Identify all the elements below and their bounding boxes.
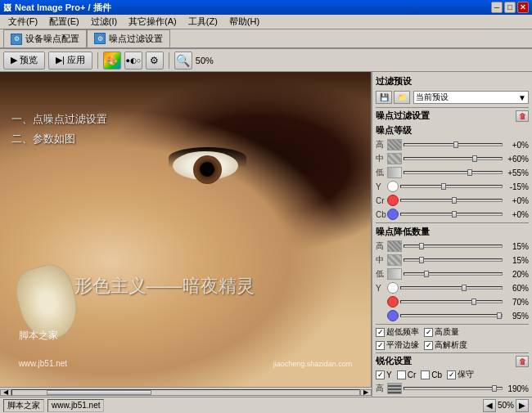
filter-preset-title: 过滤预设 — [376, 75, 529, 88]
color-btn-1[interactable]: 🎨 — [103, 52, 121, 70]
horizontal-scrollbar[interactable]: ◀ ▶ — [0, 387, 372, 397]
menu-other[interactable]: 其它操作(A) — [124, 15, 182, 29]
menu-tools[interactable]: 工具(Z) — [183, 15, 223, 29]
apply-button[interactable]: ▶| 应用 — [48, 52, 92, 70]
noise-mid-track[interactable] — [404, 157, 503, 160]
noise-high-thumb[interactable] — [453, 141, 458, 148]
reduce-high-thumb[interactable] — [419, 243, 424, 249]
reduce-mid-track[interactable] — [404, 258, 503, 262]
noise-filter-section: 噪点过滤设置 🗑 噪点等级 高 +0% — [376, 110, 529, 322]
cb-smooth-edge-box[interactable] — [376, 341, 385, 350]
menu-help[interactable]: 帮助(H) — [224, 15, 264, 29]
cb-high-sharpness-box[interactable] — [424, 341, 433, 350]
preview-button[interactable]: ▶ 预览 — [3, 52, 45, 70]
reduce-cr-thumb[interactable] — [471, 299, 476, 305]
noise-low-thumb[interactable] — [467, 169, 472, 176]
apply-icon: ▶| — [56, 55, 65, 65]
zoom-value: 50% — [196, 56, 214, 65]
sharpen-cb-cr-box[interactable] — [397, 370, 406, 379]
reduce-y-track[interactable] — [400, 286, 503, 290]
noise-mid-icon — [387, 153, 402, 164]
sharpen-cb-cr[interactable]: Cr — [397, 370, 417, 379]
reduce-cr-value: 70% — [503, 298, 529, 307]
sharpen-cb-y-box[interactable] — [376, 370, 385, 379]
sharpen-cb-cb-box[interactable] — [421, 370, 430, 379]
preset-save-btn[interactable]: 💾 — [376, 91, 392, 104]
sharpen-cb-conservative-label: 保守 — [458, 369, 474, 380]
sharpen-cb-y[interactable]: Y — [376, 370, 392, 379]
preset-load-btn[interactable]: 📁 — [394, 91, 410, 104]
window-title: Neat Image Pro+ / 插件 — [15, 2, 111, 14]
noise-high-label: 高 — [376, 139, 387, 150]
noise-delete-btn[interactable]: 🗑 — [516, 110, 529, 122]
reduce-cr-track[interactable] — [400, 300, 503, 303]
scroll-right-btn[interactable]: ▶ — [360, 389, 372, 396]
zoom-decrease-btn[interactable]: ◀ — [483, 399, 496, 412]
sharpen-high-icon — [387, 383, 402, 394]
menu-config[interactable]: 配置(E) — [44, 15, 84, 29]
noise-y-thumb[interactable] — [441, 183, 446, 190]
reduce-cr-icon — [387, 296, 399, 308]
noise-level-cb-row: Cb +0% — [376, 208, 529, 221]
cb-super-freq[interactable]: 超低频率 — [376, 326, 419, 338]
noise-high-track[interactable] — [404, 143, 503, 146]
close-button[interactable]: ✕ — [517, 2, 529, 13]
noise-cr-thumb[interactable] — [452, 197, 457, 204]
noise-cb-label: Cb — [376, 210, 387, 219]
reduce-low-track[interactable] — [404, 272, 503, 276]
noise-level-high-row: 高 +0% — [376, 138, 529, 151]
sharpen-delete-btn[interactable]: 🗑 — [516, 356, 529, 367]
instruction-line2: 二、参数如图 — [11, 129, 107, 148]
cb-smooth-edge[interactable]: 平滑边缘 — [376, 339, 419, 351]
minimize-button[interactable]: ─ — [491, 2, 503, 13]
sharpen-cb-conservative[interactable]: 保守 — [447, 369, 474, 380]
reduce-low-thumb[interactable] — [424, 271, 429, 277]
noise-y-value: -15% — [503, 182, 529, 191]
sharpen-cb-cb[interactable]: Cb — [421, 370, 442, 379]
scroll-track[interactable] — [11, 389, 360, 396]
status-position: 脚本之家 — [3, 399, 44, 412]
right-scroll: 过滤预设 💾 📁 当前预设 ▼ — [372, 72, 532, 397]
cb-super-freq-box[interactable] — [376, 328, 385, 337]
tab-device-noise[interactable]: ⚙ 设备噪点配置 — [3, 29, 87, 47]
noise-cr-track[interactable] — [400, 199, 503, 202]
settings-btn[interactable]: ⚙ — [146, 52, 164, 70]
menu-filter[interactable]: 过滤(I) — [86, 15, 122, 29]
preset-dropdown[interactable]: 当前预设 ▼ — [413, 91, 529, 104]
cb-high-quality[interactable]: 高质量 — [424, 326, 459, 338]
zoom-out-btn[interactable]: 🔍 — [174, 52, 192, 70]
scroll-thumb[interactable] — [47, 390, 151, 395]
noise-cb-value: +0% — [503, 210, 529, 219]
status-bar: 脚本之家 www.jb51.net ◀ 50% ▶ — [0, 397, 532, 413]
title-controls[interactable]: ─ □ ✕ — [491, 2, 529, 13]
cb-high-sharpness[interactable]: 高解析度 — [424, 339, 467, 351]
cb-high-quality-box[interactable] — [424, 328, 433, 337]
color-btn-2[interactable]: ●◐○ — [124, 52, 142, 70]
noise-low-track[interactable] — [404, 171, 503, 174]
noise-y-track[interactable] — [400, 185, 503, 188]
sharpen-high-thumb[interactable] — [492, 385, 497, 392]
reduce-cb-track[interactable] — [400, 314, 503, 317]
noise-mid-thumb[interactable] — [472, 155, 477, 162]
noise-high-icon — [387, 139, 402, 150]
sharpen-high-track[interactable] — [404, 387, 503, 390]
zoom-increase-btn[interactable]: ▶ — [516, 399, 529, 412]
image-panel[interactable]: 一、点噪点过滤设置 二、参数如图 形色主义——暗夜精灵 脚本之家 www.jb5… — [0, 72, 372, 387]
menu-file[interactable]: 文件(F) — [3, 15, 43, 29]
sharpen-cb-y-label: Y — [386, 370, 392, 379]
sharpen-title: 锐化设置 — [376, 355, 412, 367]
sharpen-cb-conservative-box[interactable] — [447, 370, 456, 379]
noise-cb-thumb[interactable] — [452, 211, 457, 218]
noise-cb-track[interactable] — [400, 213, 503, 216]
tab-noise-filter[interactable]: ⚙ 噪点过滤设置 — [87, 29, 170, 47]
maximize-button[interactable]: □ — [504, 2, 516, 13]
reduce-y-thumb[interactable] — [462, 285, 467, 291]
reduce-high-track[interactable] — [404, 245, 503, 248]
scroll-left-btn[interactable]: ◀ — [0, 389, 11, 396]
sharpen-title-row: 锐化设置 🗑 — [376, 355, 529, 367]
sharpen-high-value: 190% — [503, 384, 529, 393]
noise-y-label: Y — [376, 182, 387, 191]
reduce-mid-thumb[interactable] — [419, 257, 424, 263]
noise-mid-label: 中 — [376, 153, 387, 164]
reduce-cb-thumb[interactable] — [497, 312, 502, 319]
